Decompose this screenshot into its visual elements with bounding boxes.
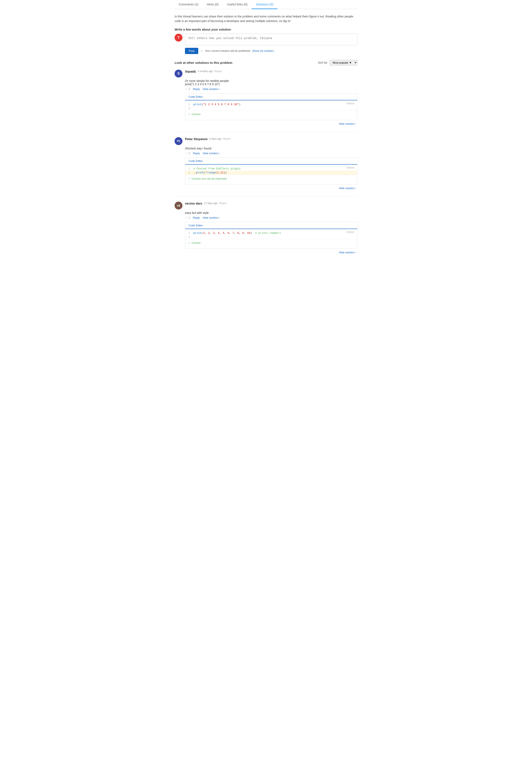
author-block-1: Squadz 3 months ago Report (185, 69, 357, 74)
heart-icon-2: ♡ (185, 152, 188, 155)
write-section-title: Write a few words about your solution (175, 28, 357, 31)
like-count-2: 1 (189, 152, 190, 155)
tabs-bar: Comments (1) Hints (0) Useful links (0) … (175, 0, 357, 9)
correct-status-2: ✓ Correct, but can be improved (185, 175, 357, 182)
time-ago-3: 21 days ago (204, 202, 217, 205)
sort-select[interactable]: Most popular ▼ Newest Oldest (330, 60, 357, 65)
code-tab-bar-3: Code Editor (185, 222, 357, 229)
solutions-title: Look at other solutions to this problem (175, 61, 232, 64)
reply-link-2[interactable]: Reply (193, 152, 200, 155)
solution-comment-3: easy but with style (185, 211, 357, 214)
code-line-3-1: 1 print(1, 2, 3, 4, 5, 6, 7, 8, 9, 10) #… (185, 231, 357, 235)
report-link-1[interactable]: Report (214, 70, 222, 73)
reply-link-3[interactable]: Reply (193, 216, 200, 219)
tab-comments[interactable]: Comments (1) (175, 0, 203, 9)
heart-icon-3: ♡ (185, 216, 188, 220)
hide-solution-link-2[interactable]: Hide solution ↑ (203, 152, 220, 155)
lang-label-2: Python (347, 166, 354, 169)
solution-meta-2: PS Petar Stoyanov 6 days ago Report (175, 137, 357, 145)
like-group-2[interactable]: ♡ 1 (185, 152, 190, 155)
code-tab-label-2[interactable]: Code Editor (185, 158, 206, 164)
hide-bottom-1: Hide solution ↑ (185, 122, 357, 125)
hide-solution-link-1[interactable]: Hide solution ↑ (203, 88, 220, 91)
author-name-1: Squadz (185, 69, 196, 73)
write-area: T (175, 34, 357, 45)
author-avatar-2: PS (175, 137, 183, 145)
hide-bottom-link-1[interactable]: Hide solution ↑ (339, 122, 356, 125)
author-line-3: vecino darx 21 days ago Report (185, 202, 357, 205)
code-tab-label-1[interactable]: Code Editor (185, 94, 206, 100)
author-line-2: Petar Stoyanov 6 days ago Report (185, 137, 357, 141)
author-block-2: Petar Stoyanov 6 days ago Report (185, 137, 357, 142)
solution-item-1: S Squadz 3 months ago Report Or more sim… (175, 69, 357, 125)
hide-bottom-3: Hide solution ↑ (185, 250, 357, 254)
heart-icon-1: ♡ (185, 88, 188, 91)
author-name-2: Petar Stoyanov (185, 137, 208, 141)
like-group-3[interactable]: ♡ 1 (185, 216, 190, 220)
code-line-1-2: 2 (185, 106, 357, 110)
solution-meta-3: vd vecino darx 21 days ago Report (175, 202, 357, 209)
like-count-3: 1 (189, 216, 190, 219)
solution-meta-1: S Squadz 3 months ago Report (175, 69, 357, 78)
code-block-1: Code Editor Python 1 print("1 2 3 4 5 6 … (185, 93, 357, 120)
solutions-header: Look at other solutions to this problem … (175, 60, 357, 65)
code-block-3: Code Editor Python 1 print(1, 2, 3, 4, 5… (185, 222, 357, 249)
tab-hints[interactable]: Hints (0) (203, 0, 223, 9)
action-row-1: ♡ 2 Reply Hide solution ↑ (185, 88, 357, 91)
reply-link-1[interactable]: Reply (193, 88, 200, 91)
solution-item-3: vd vecino darx 21 days ago Report easy b… (175, 202, 357, 254)
post-note: Your current solution will be published (205, 49, 250, 52)
report-link-2[interactable]: Report (223, 137, 231, 140)
report-link-3[interactable]: Report (219, 202, 227, 205)
user-avatar: T (175, 34, 183, 42)
code-block-2: Code Editor Python 1 # Posted from EduTo… (185, 157, 357, 185)
lang-label-1: Python (347, 102, 354, 105)
hide-solution-link-3[interactable]: Hide solution ↑ (203, 216, 220, 219)
solution-item-2: PS Petar Stoyanov 6 days ago Report Shor… (175, 137, 357, 190)
action-row-2: ♡ 1 Reply Hide solution ↑ (185, 152, 357, 155)
lang-label-3: Python (347, 231, 354, 234)
author-block-3: vecino darx 21 days ago Report (185, 202, 357, 206)
solution-comment-2: Shortest way i found (185, 147, 357, 150)
code-line-3-2: 2 (185, 235, 357, 239)
sort-label: Sort by: (318, 61, 328, 64)
post-button[interactable]: Post (185, 48, 198, 54)
code-tab-bar-1: Code Editor (185, 94, 357, 100)
action-row-3: ♡ 1 Reply Hide solution ↑ (185, 216, 357, 220)
sort-row: Sort by: Most popular ▼ Newest Oldest (318, 60, 357, 65)
time-ago-2: 6 days ago (209, 137, 222, 140)
time-ago-1: 3 months ago (198, 70, 213, 73)
hide-bottom-2: Hide solution ↑ (185, 186, 357, 190)
code-tab-label-3[interactable]: Code Editor (185, 222, 206, 229)
like-count-1: 2 (189, 88, 190, 91)
solution-comment-1: Or more simple for newbie people:print("… (185, 79, 357, 86)
intro-text: In this thread learners can share their … (175, 14, 357, 23)
correct-check-1: ✓ (188, 113, 190, 116)
correct-check-2: ✓ (188, 177, 190, 180)
code-tab-bar-2: Code Editor (185, 158, 357, 164)
author-name-3: vecino darx (185, 202, 202, 205)
code-area-1: Python 1 print("1 2 3 4 5 6 7 8 9 10") 2… (185, 100, 357, 120)
show-solution-link[interactable]: Show my solution ↓ (252, 49, 276, 52)
hide-bottom-link-2[interactable]: Hide solution ↑ (339, 187, 356, 190)
correct-status-1: ✓ Correct (185, 110, 357, 118)
author-avatar-1: S (175, 69, 183, 78)
warning-icon-2: ⚠ (193, 171, 195, 175)
post-row: Post ✓ Your current solution will be pub… (185, 48, 357, 54)
author-avatar-3: vd (175, 202, 183, 209)
code-area-3: Python 1 print(1, 2, 3, 4, 5, 6, 7, 8, 9… (185, 229, 357, 249)
tab-useful-links[interactable]: Useful links (0) (223, 0, 252, 9)
code-area-2: Python 1 # Posted from EduTools plugin 2… (185, 164, 357, 184)
correct-check-3: ✓ (188, 241, 190, 244)
code-line-2-1: 1 # Posted from EduTools plugin (185, 167, 357, 170)
code-line-2-2: 2 ⚠ print(*range(1,11)) (185, 170, 357, 175)
solution-input[interactable] (185, 34, 357, 45)
correct-status-3: ✓ Correct (185, 239, 357, 246)
author-line-1: Squadz 3 months ago Report (185, 69, 357, 73)
hide-bottom-link-3[interactable]: Hide solution ↑ (339, 251, 356, 254)
like-group-1[interactable]: ♡ 2 (185, 88, 190, 91)
check-icon: ✓ (200, 49, 203, 53)
code-line-1-1: 1 print("1 2 3 4 5 6 7 8 9 10") (185, 102, 357, 106)
tab-solutions[interactable]: Solutions (9) (252, 0, 278, 9)
